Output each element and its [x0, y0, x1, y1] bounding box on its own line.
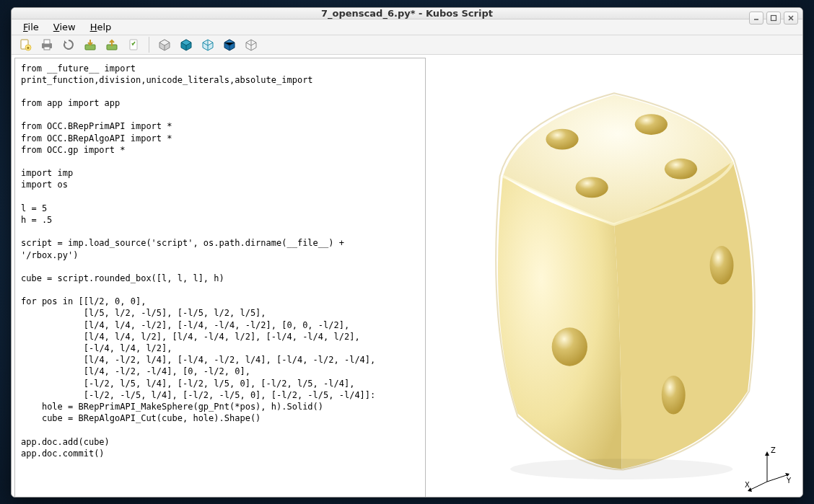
svg-point-15 [576, 177, 608, 198]
cube-solid-icon [179, 37, 193, 52]
menubar: File View Help [12, 19, 802, 35]
menu-view[interactable]: View [48, 19, 82, 35]
svg-point-18 [710, 246, 734, 284]
menu-file[interactable]: File [17, 19, 45, 35]
new-file-button[interactable]: ✦ [16, 35, 35, 54]
cube-shaded-icon [157, 37, 172, 52]
export-icon [105, 37, 119, 52]
page-icon [126, 37, 141, 52]
view-iso-button[interactable] [220, 35, 239, 54]
close-button[interactable] [784, 12, 798, 25]
svg-rect-1 [771, 15, 776, 20]
page-button[interactable] [124, 35, 143, 54]
axis-z-label: Z [771, 446, 776, 454]
maximize-button[interactable] [766, 12, 781, 25]
cube-iso-icon [222, 37, 237, 52]
reload-icon [61, 37, 76, 52]
axis-x-label: X [745, 481, 750, 489]
view-solid-button[interactable] [177, 35, 196, 54]
import-icon [83, 37, 97, 52]
svg-line-23 [749, 482, 767, 490]
window-title: 7_openscad_6.py* - Kubos Script [321, 8, 493, 19]
svg-point-19 [662, 376, 686, 414]
cube-wireframe-icon [201, 37, 215, 52]
app-window: 7_openscad_6.py* - Kubos Script File Vie… [11, 7, 803, 498]
content-area: from __future__ import print_function,di… [12, 55, 802, 498]
print-icon [40, 37, 54, 52]
menu-help[interactable]: Help [84, 19, 118, 35]
svg-line-22 [767, 474, 789, 482]
svg-point-20 [510, 459, 732, 479]
minimize-button[interactable] [749, 12, 763, 25]
view-wire-light-button[interactable] [242, 35, 261, 54]
axis-y-label: Y [786, 477, 792, 485]
3d-viewport[interactable]: Z Y X [429, 58, 800, 498]
svg-rect-9 [44, 47, 50, 50]
svg-point-13 [546, 128, 578, 149]
print-button[interactable] [38, 35, 56, 54]
titlebar: 7_openscad_6.py* - Kubos Script [12, 8, 802, 19]
export-button[interactable] [102, 35, 121, 54]
svg-point-16 [665, 158, 697, 179]
svg-point-14 [635, 114, 668, 135]
import-button[interactable] [81, 35, 100, 54]
view-shaded-button[interactable] [155, 35, 174, 54]
dice-render [429, 58, 800, 498]
code-editor[interactable]: from __future__ import print_function,di… [14, 58, 426, 498]
toolbar-separator [149, 37, 149, 53]
axis-triad: Z Y X [742, 446, 792, 496]
toolbar: ✦ [12, 35, 802, 55]
svg-rect-12 [130, 40, 137, 50]
svg-rect-8 [44, 40, 50, 44]
reload-button[interactable] [59, 35, 78, 54]
cube-wire-light-icon [244, 37, 258, 52]
svg-point-17 [552, 327, 587, 366]
svg-text:✦: ✦ [26, 45, 30, 51]
view-wire-button[interactable] [198, 35, 217, 54]
new-file-icon: ✦ [18, 37, 32, 52]
window-controls [749, 12, 798, 25]
